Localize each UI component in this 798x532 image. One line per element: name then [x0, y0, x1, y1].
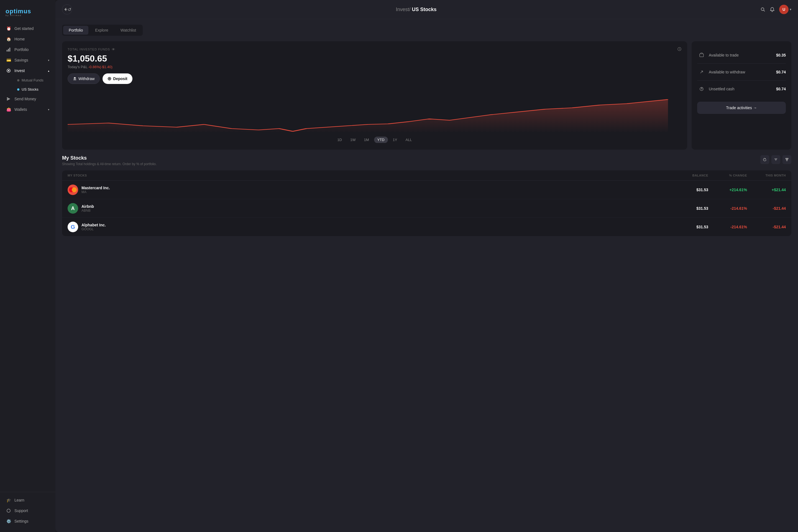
page-content: Portfolio Explore Watchlist TOTAL INVEST…	[55, 19, 798, 532]
available-to-trade-row: Available to trade $0.35	[697, 47, 786, 64]
header-actions: U ▾	[760, 5, 791, 14]
stocks-table-header: MY STOCKS BALANCE % CHANGE THIS MONTH	[62, 170, 791, 180]
sidebar-item-support[interactable]: Support	[2, 506, 53, 516]
eye-icon[interactable]: 👁	[112, 48, 116, 52]
support-icon	[6, 508, 11, 513]
deposit-button[interactable]: Deposit	[102, 73, 132, 84]
stocks-subtitle: Showing Total holdings & All-time return…	[62, 162, 760, 166]
col-header-change: % CHANGE	[708, 174, 747, 177]
time-btn-1y[interactable]: 1Y	[390, 137, 401, 143]
dashboard-grid: TOTAL INVESTED FUNDS 👁 $1,050.65 Today's…	[62, 41, 791, 150]
col-header-stocks: MY STOCKS	[68, 174, 675, 177]
sidebar-item-learn[interactable]: 🎓 Learn	[2, 495, 53, 506]
trade-icon	[697, 51, 706, 60]
gear-icon: ⚙️	[6, 519, 11, 524]
search-button[interactable]	[760, 7, 765, 12]
svg-rect-11	[700, 54, 704, 57]
stocks-header-left: My Stocks Showing Total holdings & All-t…	[62, 155, 760, 166]
tab-watchlist[interactable]: Watchlist	[115, 26, 141, 35]
sidebar-item-mutual-funds[interactable]: Mutual Funds	[14, 76, 53, 84]
stock-info: G Alphabet Inc. GOOGL	[68, 222, 675, 232]
tab-bar: Portfolio Explore Watchlist	[62, 25, 143, 36]
pnl-percent: -0.86%(-$1.40)	[89, 65, 113, 69]
stock-name: Alphabet Inc.	[81, 223, 106, 227]
sidebar-item-home[interactable]: 🏠 Home	[2, 34, 53, 44]
sidebar-item-label: Home	[14, 37, 25, 41]
stock-balance: $31.53	[675, 225, 708, 229]
refresh-button[interactable]	[760, 155, 769, 164]
clock-icon: ⏰	[6, 26, 11, 31]
invest-sub-items: Mutual Funds US Stocks	[2, 76, 53, 94]
header: ↺ Invest/ US Stocks U ▾	[55, 0, 798, 19]
sidebar-item-us-stocks[interactable]: US Stocks	[14, 85, 53, 94]
my-stocks-section: My Stocks Showing Total holdings & All-t…	[62, 155, 791, 236]
stock-logo-abnb: A	[68, 203, 78, 214]
stock-month: +$21.44	[747, 188, 786, 192]
filter-button[interactable]	[782, 155, 791, 164]
table-row[interactable]: A Airbnb ABNB $31.53 -214.61% -$21.44	[62, 199, 791, 218]
sidebar-item-get-started[interactable]: ⏰ Get started	[2, 23, 53, 34]
time-btn-ytd[interactable]: YTD	[374, 137, 388, 143]
sidebar-item-label: Learn	[14, 498, 24, 502]
sidebar-item-label: Send Money	[14, 97, 36, 101]
sidebar-item-invest[interactable]: Invest ▴	[2, 65, 53, 76]
tab-portfolio[interactable]: Portfolio	[63, 26, 89, 35]
sidebar: optimus by Afrimed ⏰ Get started 🏠 Home …	[0, 0, 55, 532]
home-icon: 🏠	[6, 37, 11, 41]
available-to-withdraw-label: Available to withdraw	[709, 70, 776, 74]
withdraw-button[interactable]: Withdraw	[68, 73, 100, 84]
stock-text-googl: Alphabet Inc. GOOGL	[81, 223, 106, 231]
sidebar-item-portfolio[interactable]: Portfolio	[2, 44, 53, 55]
table-row[interactable]: G Alphabet Inc. GOOGL $31.53 -214.61% -$…	[62, 218, 791, 236]
table-row[interactable]: Mastercard Inc. MA $31.53 +214.61% +$21.…	[62, 180, 791, 199]
stock-logo-ma	[68, 185, 78, 195]
logo-text: optimus	[5, 8, 50, 14]
user-avatar: U	[779, 5, 788, 14]
unsettled-cash-row: Unsettled cash $0.74	[697, 81, 786, 97]
learn-icon: 🎓	[6, 498, 11, 502]
logo-sub: by Afrimed	[5, 14, 50, 17]
time-btn-all[interactable]: ALL	[402, 137, 415, 143]
breadcrumb-current: US Stocks	[412, 7, 436, 12]
svg-point-5	[7, 509, 10, 512]
tab-explore[interactable]: Explore	[90, 26, 114, 35]
user-avatar-wrapper[interactable]: U ▾	[779, 5, 791, 14]
notifications-button[interactable]	[770, 7, 775, 12]
sidebar-sub-label: Mutual Funds	[22, 78, 43, 82]
col-header-month: THIS MONTH	[747, 174, 786, 177]
chevron-down-icon: ▾	[48, 59, 49, 62]
unsettled-icon	[697, 84, 706, 93]
svg-rect-16	[786, 159, 788, 160]
stock-info: Mastercard Inc. MA	[68, 185, 675, 195]
svg-rect-15	[785, 158, 788, 159]
sidebar-item-send-money[interactable]: Send Money	[2, 94, 53, 104]
available-to-withdraw-row: Available to withdraw $0.74	[697, 64, 786, 81]
trade-activities-button[interactable]: Trade activities →	[697, 102, 786, 114]
stock-ticker: ABNB	[81, 209, 94, 212]
svg-line-7	[764, 10, 765, 11]
back-button[interactable]: ↺	[62, 4, 72, 14]
svg-rect-1	[8, 49, 9, 52]
col-header-balance: BALANCE	[675, 174, 708, 177]
time-filter-bar: 1D 1W 1M YTD 1Y ALL	[68, 135, 682, 144]
stock-ticker: GOOGL	[81, 227, 106, 231]
sidebar-bottom: 🎓 Learn Support ⚙️ Settings	[0, 492, 55, 527]
portfolio-label: TOTAL INVESTED FUNDS 👁	[68, 47, 682, 52]
sidebar-item-label: Support	[14, 509, 28, 513]
svg-point-19	[72, 187, 77, 192]
invest-icon	[6, 68, 11, 73]
time-btn-1w[interactable]: 1W	[347, 137, 359, 143]
sidebar-item-wallets[interactable]: 👛 Wallets ▾	[2, 104, 53, 115]
sidebar-item-settings[interactable]: ⚙️ Settings	[2, 516, 53, 527]
available-to-withdraw-value: $0.74	[776, 70, 786, 74]
sidebar-sub-label: US Stocks	[22, 87, 39, 92]
sidebar-item-savings[interactable]: 💳 Savings ▾	[2, 55, 53, 65]
stock-change: +214.61%	[708, 188, 747, 192]
svg-text:A: A	[71, 206, 75, 211]
portfolio-card: TOTAL INVESTED FUNDS 👁 $1,050.65 Today's…	[62, 41, 687, 150]
stock-change: -214.61%	[708, 225, 747, 229]
time-btn-1m[interactable]: 1M	[361, 137, 373, 143]
time-btn-1d[interactable]: 1D	[334, 137, 345, 143]
breadcrumb-prefix: Invest/	[396, 7, 412, 12]
sort-button[interactable]	[772, 155, 780, 164]
